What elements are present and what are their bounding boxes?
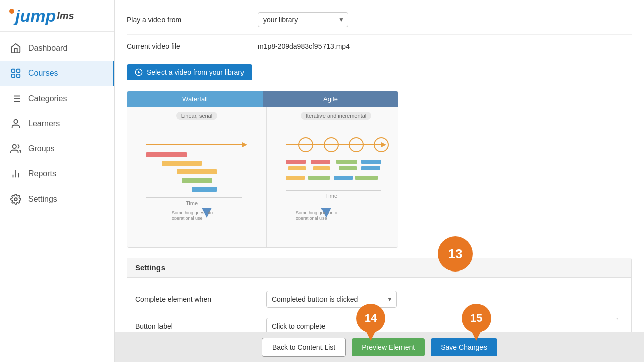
scrollable-area: Play a video from your library ▼ Current… — [115, 0, 644, 332]
svg-rect-41 — [339, 166, 357, 170]
footer-bar: Back to Content List Preview Element Sav… — [115, 332, 644, 362]
svg-text:Time: Time — [325, 193, 337, 199]
agile-svg: Time Something goes into operational use — [276, 125, 396, 220]
home-icon — [10, 43, 21, 54]
svg-rect-42 — [361, 160, 381, 164]
preview-element-button[interactable]: Preview Element — [352, 338, 425, 356]
svg-rect-21 — [162, 161, 202, 166]
svg-rect-23 — [182, 178, 212, 183]
sidebar: jump lms Dashboard — [0, 0, 115, 362]
select-video-button-label: Select a video from your library — [147, 68, 244, 76]
annotation-14: 14 — [356, 304, 385, 333]
complete-element-control: Completed button is clicked ▼ — [266, 291, 623, 308]
sidebar-label-courses: Courses — [28, 69, 58, 78]
video-tabs: Waterfall Agile — [127, 91, 398, 107]
sidebar-label-groups: Groups — [28, 144, 54, 153]
svg-text:operational use: operational use — [172, 216, 203, 220]
annotation-15-container: 15 — [462, 304, 491, 333]
groups-icon — [10, 143, 21, 154]
svg-rect-39 — [313, 166, 330, 170]
svg-rect-36 — [286, 160, 306, 164]
settings-header: Settings — [127, 258, 631, 278]
svg-marker-17 — [138, 71, 140, 73]
sidebar-label-settings: Settings — [28, 195, 57, 204]
waterfall-svg: Time Something goes into operational use — [136, 125, 257, 220]
waterfall-panel: Linear, serial — [127, 107, 267, 247]
annotation-13: 13 — [438, 236, 473, 272]
logo-dot — [9, 9, 14, 14]
annotation-14-tail — [366, 332, 375, 341]
current-video-filename: m1p8-209da983cf95713.mp4 — [258, 42, 350, 50]
svg-rect-38 — [311, 160, 330, 164]
svg-rect-43 — [361, 166, 380, 170]
learners-icon — [10, 118, 21, 129]
sidebar-item-reports[interactable]: Reports — [0, 161, 114, 187]
sidebar-item-courses[interactable]: Courses — [0, 61, 114, 86]
logo-lms: lms — [57, 10, 74, 22]
waterfall-subtitle: Linear, serial — [176, 112, 217, 120]
current-video-label: Current video file — [127, 42, 258, 50]
svg-marker-31 — [381, 142, 386, 147]
svg-rect-3 — [17, 74, 20, 77]
svg-point-10 — [14, 120, 17, 123]
svg-rect-37 — [288, 166, 306, 170]
main-content: Play a video from your library ▼ Current… — [115, 0, 644, 362]
content-inner: Play a video from your library ▼ Current… — [115, 0, 644, 332]
sidebar-label-learners: Learners — [28, 119, 60, 128]
button-label-input[interactable] — [266, 318, 618, 332]
svg-rect-44 — [286, 176, 305, 180]
annotation-14-container: 14 — [356, 304, 385, 333]
sidebar-nav: Dashboard Courses — [0, 32, 114, 212]
current-video-row: Current video file m1p8-209da983cf95713.… — [127, 35, 632, 58]
svg-rect-22 — [177, 169, 217, 174]
svg-text:operational use: operational use — [296, 216, 327, 220]
play-circle-icon — [135, 68, 143, 76]
reports-icon — [10, 168, 21, 179]
svg-point-11 — [13, 145, 16, 148]
sidebar-label-dashboard: Dashboard — [28, 44, 67, 53]
courses-icon — [10, 68, 21, 79]
current-video-filename-area: m1p8-209da983cf95713.mp4 — [258, 42, 632, 51]
video-source-control: your library ▼ — [258, 12, 632, 27]
sidebar-item-dashboard[interactable]: Dashboard — [0, 36, 114, 61]
agile-chart: Time Something goes into operational use — [272, 125, 398, 222]
tab-waterfall[interactable]: Waterfall — [127, 91, 263, 107]
svg-text:Something goes into: Something goes into — [172, 210, 213, 215]
sidebar-label-categories: Categories — [28, 94, 67, 103]
sidebar-item-groups[interactable]: Groups — [0, 136, 114, 161]
annotation-15: 15 — [462, 304, 491, 333]
sidebar-label-reports: Reports — [28, 169, 56, 178]
logo-jump: jump — [15, 7, 56, 24]
logo-area: jump lms — [0, 0, 114, 32]
svg-text:Something goes into: Something goes into — [296, 210, 337, 215]
video-body: Linear, serial — [127, 107, 398, 247]
button-label-label: Button label — [135, 322, 266, 330]
video-preview: Waterfall Agile Linear, serial — [127, 90, 398, 248]
sidebar-item-learners[interactable]: Learners — [0, 111, 114, 136]
play-video-row: Play a video from your library ▼ — [127, 5, 632, 35]
agile-subtitle: Iterative and incremental — [301, 112, 371, 120]
svg-rect-45 — [308, 176, 330, 180]
logo: jump lms — [8, 7, 106, 24]
tab-agile[interactable]: Agile — [263, 91, 398, 107]
sidebar-item-settings[interactable]: Settings — [0, 187, 114, 212]
svg-rect-46 — [334, 176, 353, 180]
select-video-button[interactable]: Select a video from your library — [127, 64, 252, 80]
complete-element-label: Complete element when — [135, 295, 266, 303]
svg-text:Time: Time — [186, 200, 198, 206]
agile-panel: Iterative and incremental — [267, 107, 398, 247]
svg-rect-2 — [12, 74, 15, 77]
settings-icon — [10, 194, 21, 205]
video-source-select-wrapper: your library ▼ — [258, 12, 348, 27]
svg-marker-19 — [242, 142, 247, 147]
annotation-13-container: 13 — [438, 236, 473, 272]
svg-rect-1 — [17, 69, 20, 72]
save-changes-button[interactable]: Save Changes — [431, 338, 497, 356]
button-label-control — [266, 318, 623, 332]
svg-rect-24 — [192, 187, 217, 192]
svg-rect-20 — [146, 152, 187, 157]
back-to-content-button[interactable]: Back to Content List — [262, 338, 346, 357]
sidebar-item-categories[interactable]: Categories — [0, 86, 114, 111]
categories-icon — [10, 93, 21, 104]
video-source-select[interactable]: your library — [258, 12, 348, 27]
